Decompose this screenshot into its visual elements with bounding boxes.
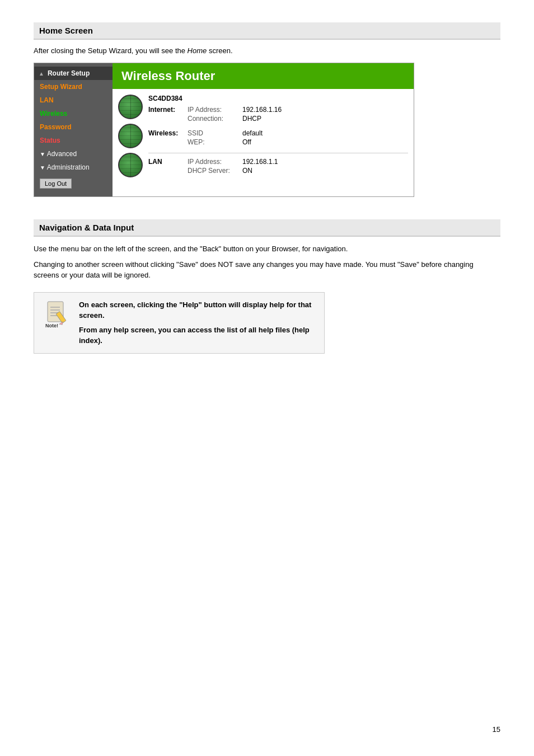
lan-globe-icon [118, 153, 143, 177]
wireless-section: Wireless: SSID default WEP: Off [148, 129, 408, 147]
router-content: SC4DD384 Internet: IP Address: 192.168.1… [113, 89, 414, 187]
nav-para-2: Changing to another screen without click… [34, 259, 500, 281]
sidebar-item-password[interactable]: Password [34, 120, 113, 134]
router-info-panel: SC4DD384 Internet: IP Address: 192.168.1… [148, 95, 408, 181]
lan-row-1: DHCP Server: ON [188, 167, 408, 175]
wireless-ssid-key: SSID [188, 129, 238, 137]
router-icons [118, 95, 143, 181]
lan-ip-val: 192.168.1.1 [242, 158, 278, 166]
lan-dhcp-key: DHCP Server: [188, 167, 238, 175]
router-main-area: Wireless Router SC4DD384 Internet: [113, 63, 414, 196]
lan-ip-key: IP Address: [188, 158, 238, 166]
note-icon: Note! [43, 299, 72, 328]
note-box: Note! On each screen, clicking the "Help… [34, 292, 325, 354]
wireless-label: Wireless: [148, 129, 188, 137]
internet-rows: IP Address: 192.168.1.16 Connection: DHC… [188, 106, 408, 124]
router-ui-mockup: ▲ Router Setup Setup Wizard LAN Wireless… [34, 63, 414, 197]
wireless-wep-val: Off [242, 138, 251, 146]
lan-rows: IP Address: 192.168.1.1 DHCP Server: ON [188, 158, 408, 176]
wireless-globe-icon [118, 124, 143, 148]
internet-block: Internet: IP Address: 192.168.1.16 Conne… [148, 106, 408, 124]
sidebar-item-administration[interactable]: Administration [34, 161, 113, 174]
note-text-content: On each screen, clicking the "Help" butt… [79, 299, 315, 346]
sidebar-header: ▲ Router Setup [34, 67, 113, 80]
wireless-rows: SSID default WEP: Off [188, 129, 408, 147]
router-sidebar: ▲ Router Setup Setup Wizard LAN Wireless… [34, 63, 113, 196]
scroll-arrow-icon: ▲ [39, 71, 44, 77]
lan-section: LAN IP Address: 192.168.1.1 DHCP Server:… [148, 153, 408, 176]
intro-italic: Home [188, 46, 207, 55]
sidebar-item-lan[interactable]: LAN [34, 93, 113, 107]
intro-text-before: After closing the Setup Wizard, you will… [34, 46, 188, 55]
logout-button[interactable]: Log Out [40, 179, 72, 189]
internet-label: Internet: [148, 106, 188, 114]
lan-block: LAN IP Address: 192.168.1.1 DHCP Server:… [148, 158, 408, 176]
device-id: SC4DD384 [148, 95, 408, 102]
home-screen-title: Home Screen [34, 22, 500, 40]
internet-ip-key: IP Address: [188, 106, 238, 114]
lan-dhcp-val: ON [242, 167, 252, 175]
nav-para-1: Use the menu bar on the left of the scre… [34, 243, 500, 255]
sidebar-item-setup-wizard[interactable]: Setup Wizard [34, 80, 113, 93]
intro-paragraph: After closing the Setup Wizard, you will… [34, 46, 500, 55]
sidebar-item-advanced[interactable]: Advanced [34, 147, 113, 161]
wireless-block: Wireless: SSID default WEP: Off [148, 129, 408, 147]
sidebar-item-status[interactable]: Status [34, 134, 113, 147]
internet-ip-val: 192.168.1.16 [242, 106, 282, 114]
svg-text:Note!: Note! [45, 323, 58, 327]
sidebar-item-wireless[interactable]: Wireless [34, 107, 113, 120]
internet-row-1: Connection: DHCP [188, 115, 408, 123]
internet-section: Internet: IP Address: 192.168.1.16 Conne… [148, 106, 408, 124]
lan-label: LAN [148, 158, 188, 166]
internet-row-0: IP Address: 192.168.1.16 [188, 106, 408, 114]
internet-conn-val: DHCP [242, 115, 261, 123]
nav-section-title: Navigation & Data Input [34, 219, 500, 237]
page-number: 15 [493, 725, 500, 734]
intro-text-after: screen. [207, 46, 232, 55]
home-screen-section: Home Screen After closing the Setup Wiza… [34, 22, 500, 197]
router-title: Wireless Router [121, 69, 215, 83]
internet-conn-key: Connection: [188, 115, 238, 123]
note-line-2: From any help screen, you can access the… [79, 325, 315, 346]
lan-row-0: IP Address: 192.168.1.1 [188, 158, 408, 166]
nav-section: Navigation & Data Input Use the menu bar… [34, 219, 500, 354]
sidebar-header-label: Router Setup [48, 69, 90, 77]
note-line-1: On each screen, clicking the "Help" butt… [79, 299, 315, 321]
internet-globe-icon [118, 95, 143, 119]
wireless-ssid-val: default [242, 129, 263, 137]
wireless-wep-key: WEP: [188, 138, 238, 146]
router-header: Wireless Router [113, 63, 414, 89]
wireless-row-0: SSID default [188, 129, 408, 137]
wireless-row-1: WEP: Off [188, 138, 408, 146]
